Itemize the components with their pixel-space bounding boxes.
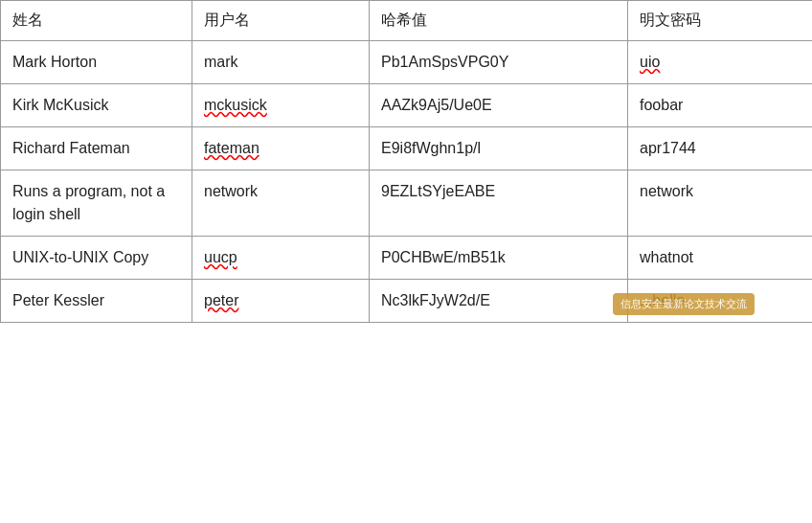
- col-header-hash: 哈希值: [370, 1, 628, 41]
- password-table: 姓名 用户名 哈希值 明文密码 Mark HortonmarkPb1AmSpsV…: [0, 0, 812, 323]
- col-header-name: 姓名: [1, 1, 192, 41]
- cell-name: Runs a program, not a login shell: [1, 171, 192, 237]
- cell-username: peter: [192, 280, 370, 323]
- cell-name: Mark Horton: [1, 41, 192, 84]
- table-row: Mark HortonmarkPb1AmSpsVPG0Yuio: [1, 41, 813, 84]
- cell-password: whatnot: [628, 237, 813, 280]
- cell-hash: AAZk9Aj5/Ue0E: [370, 84, 628, 127]
- col-header-username: 用户名: [192, 1, 370, 41]
- table-row: UNIX-to-UNIX CopyuucpP0CHBwE/mB51kwhatno…: [1, 237, 813, 280]
- cell-password: ...hello: [628, 280, 813, 323]
- table-row: Richard FatemanfatemanE9i8fWghn1p/lapr17…: [1, 127, 813, 171]
- cell-hash: Pb1AmSpsVPG0Y: [370, 41, 628, 84]
- cell-username: mark: [192, 41, 370, 84]
- cell-username: network: [192, 171, 370, 237]
- cell-hash: 9EZLtSYjeEABE: [370, 171, 628, 237]
- table-row: Runs a program, not a login shellnetwork…: [1, 171, 813, 237]
- cell-name: UNIX-to-UNIX Copy: [1, 237, 192, 280]
- cell-hash: Nc3lkFJyW2d/E: [370, 280, 628, 323]
- cell-password: apr1744: [628, 127, 813, 171]
- cell-username: fateman: [192, 127, 370, 171]
- cell-hash: P0CHBwE/mB51k: [370, 237, 628, 280]
- cell-name: Kirk McKusick: [1, 84, 192, 127]
- cell-username: uucp: [192, 237, 370, 280]
- cell-name: Peter Kessler: [1, 280, 192, 323]
- cell-name: Richard Fateman: [1, 127, 192, 171]
- cell-password: foobar: [628, 84, 813, 127]
- table-row: Peter KesslerpeterNc3lkFJyW2d/E...hello: [1, 280, 813, 323]
- cell-password: network: [628, 171, 813, 237]
- col-header-password: 明文密码: [628, 1, 813, 41]
- table-row: Kirk McKusickmckusickAAZk9Aj5/Ue0Efoobar: [1, 84, 813, 127]
- table-container: 姓名 用户名 哈希值 明文密码 Mark HortonmarkPb1AmSpsV…: [0, 0, 812, 323]
- cell-hash: E9i8fWghn1p/l: [370, 127, 628, 171]
- cell-username: mckusick: [192, 84, 370, 127]
- header-row: 姓名 用户名 哈希值 明文密码: [1, 1, 813, 41]
- cell-password: uio: [628, 41, 813, 84]
